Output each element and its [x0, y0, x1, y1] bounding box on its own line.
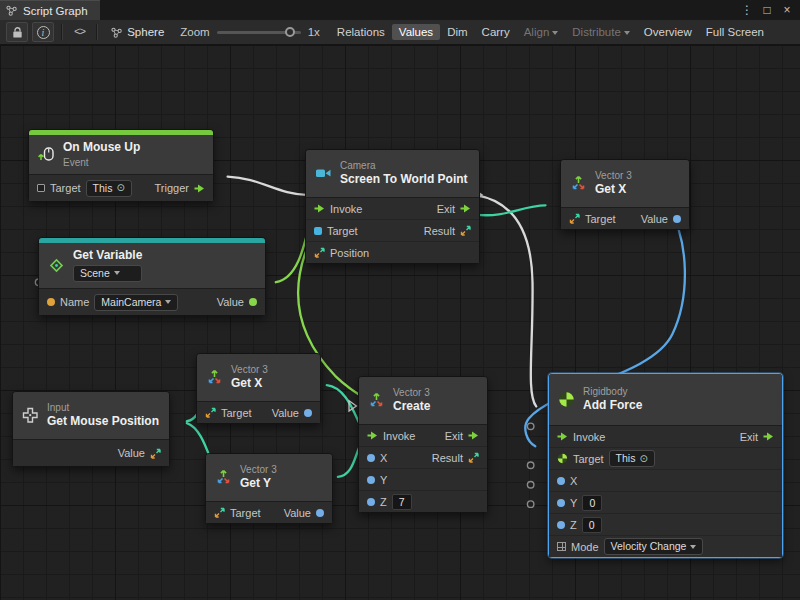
- graph-canvas[interactable]: On Mouse Up Event Target This⊙ Trigger: [0, 45, 800, 600]
- toolbar-button-distribute[interactable]: Distribute: [565, 24, 637, 40]
- port-invoke[interactable]: Invoke: [314, 203, 362, 215]
- node-title: Add Force: [583, 399, 642, 412]
- port-y[interactable]: Y0: [557, 495, 602, 511]
- code-view-button[interactable]: <>: [68, 26, 91, 38]
- node-title: Get Variable: [73, 249, 142, 262]
- node-title: Screen To World Point: [340, 173, 468, 186]
- float-port-icon: [304, 409, 312, 417]
- port-value[interactable]: Value: [217, 296, 257, 308]
- port-name[interactable]: Name MainCamera: [47, 294, 178, 311]
- graph-breadcrumb[interactable]: Sphere: [103, 26, 172, 38]
- node-row: Target Value: [206, 502, 332, 523]
- graph-asset-icon: [111, 27, 122, 38]
- node-row: Position: [306, 241, 479, 263]
- node-row: X: [549, 469, 782, 491]
- port-value[interactable]: Value: [272, 407, 312, 419]
- vector3-icon: [215, 469, 232, 486]
- port-value[interactable]: Value: [284, 507, 324, 519]
- port-z[interactable]: Z0: [557, 517, 602, 533]
- port-position[interactable]: Position: [314, 247, 369, 259]
- node-get-x-mid[interactable]: Vector 3 Get X Target Value: [196, 353, 321, 424]
- toolbar-button-align[interactable]: Align: [517, 24, 566, 40]
- z-value-field[interactable]: 7: [392, 494, 412, 510]
- target-icon: ⊙: [116, 183, 124, 193]
- more-menu-icon[interactable]: ⋮: [738, 3, 756, 17]
- float-port-icon: [557, 499, 565, 507]
- z-value-field[interactable]: 0: [582, 517, 602, 533]
- node-row: Invoke Exit: [359, 425, 487, 446]
- port-exit[interactable]: Exit: [740, 431, 774, 443]
- vector-port-icon: [205, 407, 216, 418]
- port-target[interactable]: Target: [569, 213, 616, 225]
- node-screen-to-world-point[interactable]: Camera Screen To World Point Invoke Exit…: [305, 149, 480, 264]
- port-trigger[interactable]: Trigger: [155, 182, 205, 194]
- toolbar-button-carry[interactable]: Carry: [475, 24, 517, 40]
- node-row: Value: [13, 440, 169, 466]
- port-target[interactable]: Target: [205, 407, 252, 419]
- flow-arrow-icon: [460, 203, 471, 214]
- port-target[interactable]: Target: [314, 225, 358, 237]
- node-category: Rigidbody: [583, 386, 642, 397]
- port-mode[interactable]: Mode Velocity Change: [557, 538, 703, 555]
- port-target[interactable]: Target This⊙: [37, 180, 132, 197]
- toolbar-button-dim[interactable]: Dim: [440, 24, 474, 40]
- flow-arrow-icon: [194, 183, 205, 194]
- info-button[interactable]: i: [32, 22, 54, 42]
- zoom-slider[interactable]: [217, 31, 301, 34]
- target-self-chip[interactable]: This⊙: [609, 450, 655, 467]
- vector-port-icon: [150, 448, 161, 459]
- port-target[interactable]: Target: [214, 507, 261, 519]
- maximize-icon[interactable]: □: [758, 3, 776, 17]
- node-on-mouse-up[interactable]: On Mouse Up Event Target This⊙ Trigger: [28, 129, 214, 202]
- node-row: Name MainCamera Value: [39, 289, 265, 315]
- node-get-mouse-position[interactable]: Input Get Mouse Position Value: [12, 391, 170, 467]
- unconnected-port-marker: [527, 462, 533, 468]
- toolbar-separator: [61, 24, 63, 40]
- float-port-icon: [367, 498, 375, 506]
- port-result[interactable]: Result: [432, 452, 479, 464]
- port-invoke[interactable]: Invoke: [367, 430, 415, 442]
- port-value[interactable]: Value: [118, 447, 161, 459]
- float-port-icon: [557, 521, 565, 529]
- gameobject-icon: [37, 184, 45, 192]
- toolbar-button-relations[interactable]: Relations: [330, 24, 392, 40]
- variable-name-dropdown[interactable]: MainCamera: [94, 294, 178, 311]
- toolbar-button-fullscreen[interactable]: Full Screen: [699, 24, 771, 40]
- port-x[interactable]: X: [367, 452, 387, 464]
- port-exit[interactable]: Exit: [445, 430, 479, 442]
- port-z[interactable]: Z7: [367, 494, 412, 510]
- node-category: Vector 3: [231, 364, 268, 375]
- float-port-icon: [673, 215, 681, 223]
- toolbar-button-overview[interactable]: Overview: [637, 24, 699, 40]
- y-value-field[interactable]: 0: [582, 495, 602, 511]
- node-vector3-create[interactable]: Vector 3 Create Invoke Exit X Result Y Z…: [358, 376, 488, 513]
- close-icon[interactable]: ×: [778, 3, 796, 17]
- port-invoke[interactable]: Invoke: [557, 431, 605, 443]
- node-get-x-top[interactable]: Vector 3 Get X Target Value: [560, 159, 690, 230]
- node-get-y[interactable]: Vector 3 Get Y Target Value: [205, 453, 333, 524]
- port-exit[interactable]: Exit: [437, 203, 471, 215]
- vector-port-icon: [468, 452, 479, 463]
- chevron-down-icon: [624, 31, 630, 35]
- node-subtitle: Event: [63, 157, 140, 168]
- port-result[interactable]: Result: [424, 225, 471, 237]
- zoom-label: Zoom: [180, 26, 209, 38]
- lock-button[interactable]: [6, 22, 28, 42]
- port-x[interactable]: X: [557, 475, 577, 487]
- camera-icon: [315, 165, 332, 182]
- force-mode-dropdown[interactable]: Velocity Change: [604, 538, 704, 555]
- target-self-chip[interactable]: This⊙: [86, 180, 132, 197]
- object-port-icon: [249, 298, 257, 306]
- port-target[interactable]: Target This⊙: [557, 450, 655, 467]
- variable-scope-dropdown[interactable]: Scene: [73, 265, 142, 282]
- port-value[interactable]: Value: [641, 213, 681, 225]
- zoom-slider-knob[interactable]: [285, 27, 295, 37]
- node-row: Target This⊙: [549, 447, 782, 469]
- tab-script-graph[interactable]: Script Graph: [0, 0, 100, 20]
- node-get-variable[interactable]: Get Variable Scene Name MainCamera Value: [38, 237, 266, 316]
- toolbar-button-values[interactable]: Values: [392, 24, 440, 40]
- node-add-force[interactable]: Rigidbody Add Force Invoke Exit Target T…: [548, 373, 783, 558]
- port-y[interactable]: Y: [367, 474, 387, 486]
- vector3-icon: [368, 392, 385, 409]
- vector3-icon: [570, 175, 587, 192]
